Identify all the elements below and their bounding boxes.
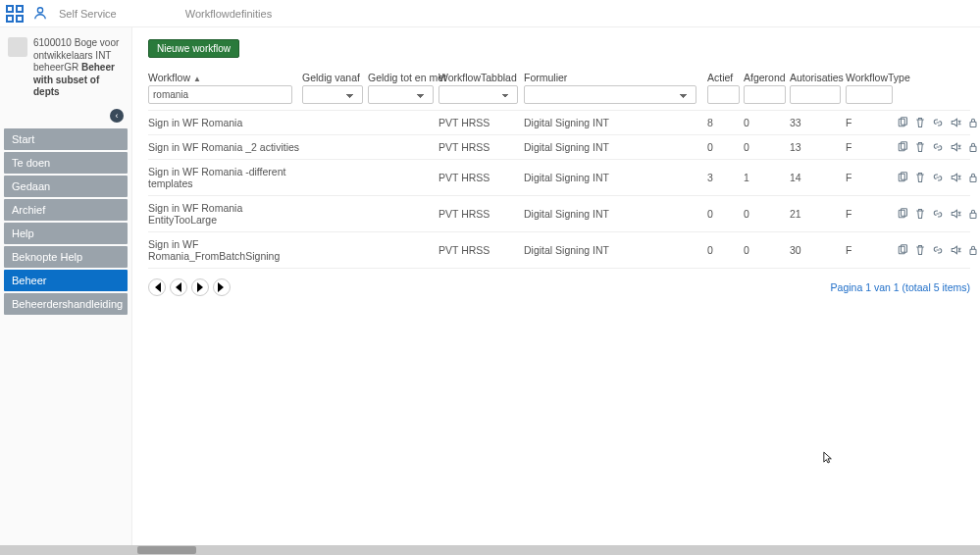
copy-icon[interactable]: [897, 244, 908, 256]
row-actions: [897, 141, 980, 153]
delete-icon[interactable]: [914, 244, 926, 256]
sidebar-item-beknopte-help[interactable]: Beknopte Help: [4, 246, 128, 268]
sort-asc-icon: ▲: [193, 75, 201, 83]
col-workflow[interactable]: Workflow▲: [148, 72, 300, 85]
delete-icon[interactable]: [914, 172, 926, 183]
cell: 14: [790, 172, 844, 183]
filter-geldig-vanaf[interactable]: [302, 85, 363, 104]
cell: Digital Signing INT: [524, 208, 705, 220]
filter-tabblad[interactable]: [438, 85, 518, 104]
lock-icon[interactable]: [967, 172, 979, 183]
user-icon[interactable]: [33, 6, 47, 22]
scrollbar-thumb[interactable]: [137, 546, 196, 554]
new-workflow-button[interactable]: Nieuwe workflow: [148, 39, 239, 58]
cell: PVT HRSS: [438, 117, 522, 128]
copy-icon[interactable]: [897, 172, 908, 183]
cell: Digital Signing INT: [524, 172, 705, 183]
cell: F: [846, 172, 895, 183]
user-line: beheerGR Beheer with subset of depts: [33, 62, 124, 99]
copy-icon[interactable]: [897, 208, 908, 220]
cell: 0: [707, 141, 742, 153]
cell: 33: [790, 117, 844, 128]
collapse-sidebar-button[interactable]: ‹: [110, 109, 124, 123]
horizontal-scrollbar[interactable]: [0, 545, 980, 555]
link-icon[interactable]: [932, 172, 944, 183]
table-row[interactable]: Sign in WF RomaniaPVT HRSSDigital Signin…: [148, 110, 970, 135]
link-icon[interactable]: [932, 141, 944, 153]
table-row[interactable]: Sign in WF Romania -different templatesP…: [148, 160, 970, 196]
cell: F: [846, 141, 895, 153]
link-icon[interactable]: [932, 117, 944, 128]
cell: Sign in WF Romania _2 activities: [148, 141, 300, 153]
lock-icon[interactable]: [967, 117, 979, 128]
cell: PVT HRSS: [438, 141, 522, 153]
mute-icon[interactable]: [950, 117, 961, 128]
cell: Sign in WF Romania EntityTooLarge: [148, 202, 300, 226]
pager-last[interactable]: [213, 278, 231, 296]
col-actief[interactable]: Actief: [707, 72, 742, 85]
lock-icon[interactable]: [967, 208, 979, 220]
sidebar-item-archief[interactable]: Archief: [4, 199, 128, 221]
cell: F: [846, 244, 895, 256]
filter-afgerond[interactable]: [744, 85, 786, 104]
sidebar-item-beheerdershandleiding[interactable]: Beheerdershandleiding: [4, 293, 128, 315]
delete-icon[interactable]: [914, 208, 926, 220]
pager-first[interactable]: [148, 278, 166, 296]
pager-next[interactable]: [191, 278, 209, 296]
app-grid-icon[interactable]: [6, 5, 24, 23]
cell: 0: [707, 208, 742, 220]
col-formulier[interactable]: Formulier: [524, 72, 705, 85]
filter-geldig-tot[interactable]: [368, 85, 434, 104]
pager: Pagina 1 van 1 (totaal 5 items): [148, 278, 970, 296]
table-row[interactable]: Sign in WF Romania_FromBatchSigningPVT H…: [148, 232, 970, 269]
col-geldig-vanaf[interactable]: Geldig vanaf: [302, 72, 366, 85]
sidebar: 6100010 Boge voor ontwikkelaars INT behe…: [0, 27, 132, 555]
col-autorisaties[interactable]: Autorisaties: [790, 72, 844, 85]
lock-icon[interactable]: [967, 244, 979, 256]
col-geldig-tot[interactable]: Geldig tot en met: [368, 72, 437, 85]
sidebar-item-gedaan[interactable]: Gedaan: [4, 176, 128, 197]
mute-icon[interactable]: [950, 244, 961, 256]
main-content: Nieuwe workflow Workflow▲ Geldig vanaf G…: [132, 27, 980, 555]
link-icon[interactable]: [932, 244, 944, 256]
lock-icon[interactable]: [967, 141, 979, 153]
link-icon[interactable]: [932, 208, 944, 220]
row-actions: [897, 117, 980, 128]
cell: 0: [744, 141, 788, 153]
mute-icon[interactable]: [950, 141, 961, 153]
mute-icon[interactable]: [950, 172, 961, 183]
grid-body: Sign in WF RomaniaPVT HRSSDigital Signin…: [148, 110, 970, 269]
copy-icon[interactable]: [897, 141, 908, 153]
filter-workflow[interactable]: [148, 85, 292, 104]
sidebar-item-beheer[interactable]: Beheer: [4, 270, 128, 291]
filter-autorisaties[interactable]: [790, 85, 841, 104]
cell: 0: [744, 244, 788, 256]
delete-icon[interactable]: [914, 141, 926, 153]
delete-icon[interactable]: [914, 117, 926, 128]
table-row[interactable]: Sign in WF Romania _2 activitiesPVT HRSS…: [148, 135, 970, 160]
filter-formulier[interactable]: [524, 85, 696, 104]
user-line: 6100010 Boge voor: [33, 37, 124, 50]
cell: 0: [744, 117, 788, 128]
col-tabblad[interactable]: WorkflowTabblad: [438, 72, 522, 85]
pager-prev[interactable]: [170, 278, 187, 296]
col-type[interactable]: WorkflowType: [846, 72, 895, 85]
filter-type[interactable]: [846, 85, 893, 104]
table-row[interactable]: Sign in WF Romania EntityTooLargePVT HRS…: [148, 196, 970, 232]
cell: F: [846, 117, 895, 128]
mouse-cursor: [823, 451, 833, 465]
copy-icon[interactable]: [897, 117, 908, 128]
avatar: [8, 37, 27, 57]
cell: 8: [707, 117, 742, 128]
sidebar-item-te-doen[interactable]: Te doen: [4, 152, 128, 174]
mute-icon[interactable]: [950, 208, 961, 220]
filter-actief[interactable]: [707, 85, 740, 104]
sidebar-item-help[interactable]: Help: [4, 223, 128, 244]
page-info: Pagina 1 van 1 (totaal 5 items): [831, 281, 970, 293]
breadcrumb-root[interactable]: Self Service: [59, 8, 117, 20]
col-afgerond[interactable]: Afgerond: [744, 72, 788, 85]
cell: 0: [744, 208, 788, 220]
sidebar-item-start[interactable]: Start: [4, 128, 128, 150]
breadcrumb-page[interactable]: Workflowdefinities: [185, 8, 272, 20]
cell: 3: [707, 172, 742, 183]
